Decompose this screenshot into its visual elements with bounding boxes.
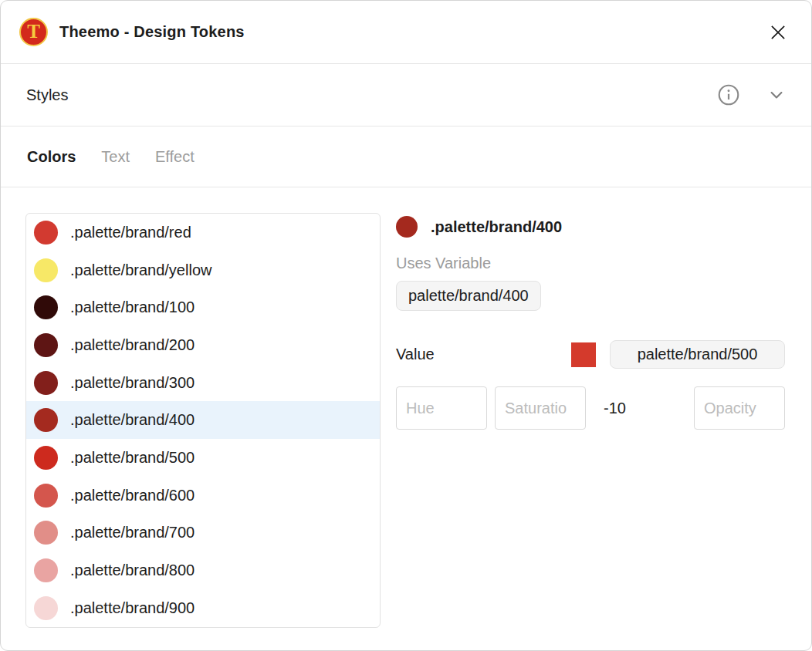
color-style-name: .palette/brand/yellow — [70, 261, 211, 279]
style-detail-panel: .palette/brand/400 Uses Variable palette… — [396, 213, 785, 650]
color-style-row[interactable]: .palette/brand/200 — [26, 326, 380, 364]
tab-effect[interactable]: Effect — [155, 148, 195, 166]
color-style-name: .palette/brand/200 — [70, 336, 195, 354]
color-swatch-icon — [34, 371, 58, 395]
color-style-row[interactable]: .palette/brand/500 — [26, 439, 380, 477]
uses-variable-label: Uses Variable — [396, 255, 785, 272]
lightness-input[interactable] — [594, 386, 685, 430]
detail-header: .palette/brand/400 — [396, 216, 785, 238]
color-swatch-icon — [34, 484, 58, 508]
color-swatch-icon — [34, 521, 58, 545]
content-area: .palette/brand/red.palette/brand/yellow.… — [1, 187, 811, 650]
color-swatch-icon — [34, 446, 58, 470]
color-style-row[interactable]: .palette/brand/900 — [26, 589, 380, 627]
info-icon — [716, 83, 741, 107]
style-type-tabs: Colors Text Effect — [1, 126, 811, 187]
color-swatch-icon — [34, 221, 58, 245]
color-style-row[interactable]: .palette/brand/800 — [26, 551, 380, 589]
detail-style-name: .palette/brand/400 — [431, 218, 562, 236]
color-style-name: .palette/brand/800 — [70, 562, 195, 579]
color-swatch-icon — [34, 596, 58, 620]
hue-input[interactable] — [396, 386, 487, 430]
value-row: Value palette/brand/500 — [396, 340, 785, 369]
color-style-name: .palette/brand/300 — [70, 374, 195, 392]
opacity-input[interactable] — [694, 386, 785, 430]
value-color-swatch-icon — [571, 342, 596, 367]
color-style-name: .palette/brand/500 — [70, 449, 195, 467]
window-title: Theemo - Design Tokens — [59, 23, 245, 41]
color-swatch-icon — [34, 558, 58, 582]
detail-color-swatch-icon — [396, 216, 418, 238]
color-swatch-icon — [34, 408, 58, 432]
close-icon — [766, 21, 790, 44]
variable-badge[interactable]: palette/brand/400 — [396, 281, 541, 311]
value-variable-badge[interactable]: palette/brand/500 — [610, 340, 785, 369]
color-style-name: .palette/brand/400 — [70, 411, 195, 429]
tab-colors[interactable]: Colors — [27, 148, 76, 166]
plugin-window: T Theemo - Design Tokens Styles — [0, 0, 812, 651]
color-style-row[interactable]: .palette/brand/600 — [26, 477, 380, 514]
tab-text[interactable]: Text — [101, 148, 130, 166]
color-style-row[interactable]: .palette/brand/100 — [26, 288, 380, 326]
color-style-row[interactable]: .palette/brand/red — [26, 214, 380, 251]
saturation-input[interactable] — [495, 386, 586, 430]
info-button[interactable] — [716, 82, 742, 108]
color-style-row[interactable]: .palette/brand/yellow — [26, 251, 380, 289]
transform-inputs-row — [396, 386, 785, 430]
color-style-list: .palette/brand/red.palette/brand/yellow.… — [25, 213, 381, 628]
color-swatch-icon — [34, 258, 58, 282]
color-style-name: .palette/brand/900 — [70, 599, 195, 617]
close-button[interactable] — [765, 19, 791, 46]
styles-section-title: Styles — [26, 86, 68, 104]
color-style-row[interactable]: .palette/brand/700 — [26, 514, 380, 552]
color-style-name: .palette/brand/red — [70, 224, 191, 241]
color-style-name: .palette/brand/600 — [70, 487, 195, 504]
title-bar: T Theemo - Design Tokens — [1, 1, 811, 64]
collapse-section-button[interactable] — [765, 83, 788, 106]
color-style-row[interactable]: .palette/brand/300 — [26, 364, 380, 402]
color-style-name: .palette/brand/700 — [70, 524, 195, 541]
styles-section-header: Styles — [1, 64, 811, 126]
value-label: Value — [396, 346, 435, 363]
color-swatch-icon — [34, 295, 58, 319]
color-style-name: .palette/brand/100 — [70, 299, 195, 316]
theemo-logo-icon: T — [19, 18, 48, 46]
chevron-down-icon — [766, 84, 787, 106]
color-style-row[interactable]: .palette/brand/400 — [26, 401, 380, 439]
color-swatch-icon — [34, 333, 58, 357]
